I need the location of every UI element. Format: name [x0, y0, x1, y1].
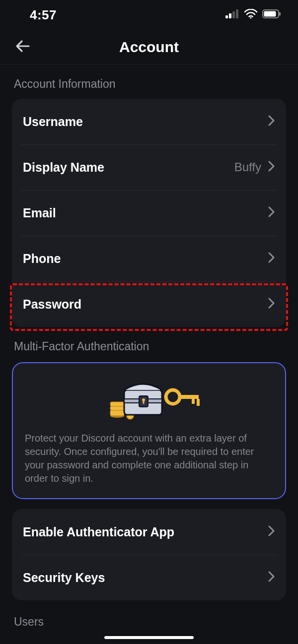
row-display-name[interactable]: Display Name Buffy	[12, 144, 286, 190]
row-label: Email	[23, 206, 56, 220]
svg-rect-6	[264, 11, 276, 17]
arrow-left-icon	[15, 38, 31, 56]
row-phone[interactable]: Phone	[12, 236, 286, 281]
section-title-mfa: Multi-Factor Authentication	[14, 340, 286, 353]
row-value: Buffy	[234, 160, 261, 174]
row-security-keys[interactable]: Security Keys	[12, 555, 286, 600]
svg-point-4	[250, 17, 251, 18]
chevron-right-icon	[268, 115, 275, 128]
svg-rect-9	[110, 410, 124, 416]
svg-rect-21	[197, 399, 200, 406]
chevron-right-icon	[268, 298, 275, 311]
account-info-card: Username Display Name Buffy Email	[12, 99, 286, 327]
row-enable-authenticator[interactable]: Enable Authenticator App	[12, 509, 286, 555]
svg-rect-1	[229, 13, 231, 18]
svg-rect-17	[143, 400, 145, 404]
row-label: Security Keys	[23, 571, 105, 585]
chevron-right-icon	[268, 571, 275, 584]
mfa-info-card: Protect your Discord account with an ext…	[12, 362, 286, 499]
chevron-right-icon	[268, 161, 275, 174]
svg-rect-19	[179, 395, 199, 399]
cellular-icon	[225, 9, 239, 20]
status-icons	[225, 9, 281, 21]
row-password[interactable]: Password	[12, 281, 286, 327]
svg-rect-20	[192, 399, 195, 404]
page-title: Account	[119, 39, 179, 56]
svg-rect-2	[232, 11, 235, 18]
back-button[interactable]	[13, 37, 33, 57]
mfa-actions-card: Enable Authenticator App Security Keys	[12, 509, 286, 600]
row-email[interactable]: Email	[12, 190, 286, 236]
mfa-illustration	[25, 376, 273, 423]
row-label: Display Name	[23, 160, 104, 175]
section-title-account-info: Account Information	[14, 77, 286, 91]
status-time: 4:57	[30, 7, 57, 23]
svg-rect-3	[236, 9, 238, 18]
treasure-key-icon	[94, 376, 204, 423]
row-label: Username	[23, 115, 83, 129]
row-label: Enable Authenticator App	[23, 525, 174, 539]
svg-rect-11	[110, 402, 124, 406]
row-label: Phone	[23, 252, 61, 266]
status-bar: 4:57	[0, 0, 298, 30]
mfa-description: Protect your Discord account with an ext…	[25, 432, 273, 485]
row-username[interactable]: Username	[12, 99, 286, 144]
chevron-right-icon	[268, 206, 275, 219]
wifi-icon	[244, 9, 257, 21]
battery-icon	[262, 9, 281, 20]
chevron-right-icon	[268, 525, 275, 538]
home-indicator[interactable]	[104, 636, 194, 639]
svg-point-18	[166, 390, 180, 404]
row-label: Password	[23, 297, 81, 312]
svg-rect-7	[279, 12, 281, 16]
section-title-users: Users	[14, 615, 286, 629]
header: Account	[0, 30, 298, 64]
chevron-right-icon	[268, 252, 275, 265]
svg-rect-0	[225, 15, 228, 18]
